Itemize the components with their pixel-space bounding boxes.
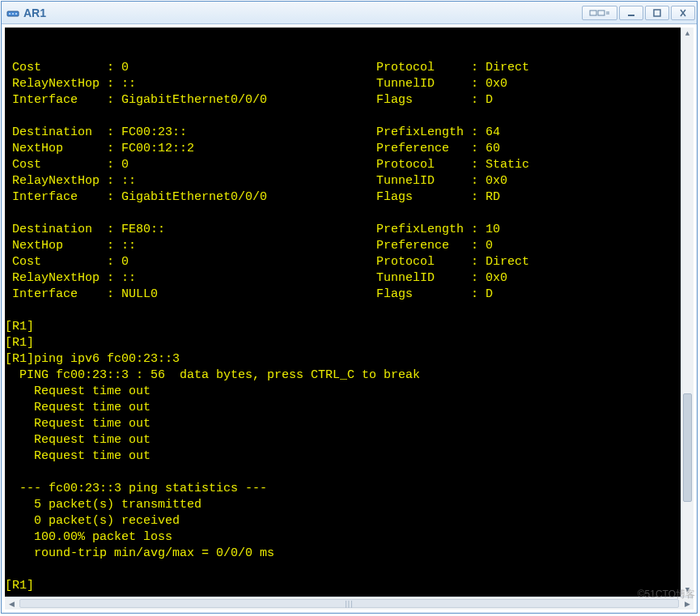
terminal-content: Cost : 0 Protocol : Direct RelayNextHop … xyxy=(5,60,694,594)
svg-rect-5 xyxy=(598,11,605,15)
minimize-button[interactable] xyxy=(619,6,643,20)
vscroll-track[interactable] xyxy=(681,40,694,584)
hscroll-thumb[interactable]: ||| xyxy=(19,599,679,608)
scroll-right-arrow[interactable]: ▶ xyxy=(681,597,694,610)
svg-rect-6 xyxy=(628,15,634,16)
terminal[interactable]: Cost : 0 Protocol : Direct RelayNextHop … xyxy=(5,28,694,597)
options-button[interactable] xyxy=(582,6,617,20)
scroll-left-arrow[interactable]: ◀ xyxy=(5,597,18,610)
svg-point-1 xyxy=(9,13,11,15)
vertical-scrollbar[interactable]: ▲ ▼ xyxy=(681,28,694,597)
router-icon xyxy=(6,6,19,19)
terminal-area: Cost : 0 Protocol : Direct RelayNextHop … xyxy=(2,24,697,613)
horizontal-scrollbar[interactable]: ◀ ||| ▶ xyxy=(5,597,694,610)
svg-point-3 xyxy=(15,13,17,15)
close-button[interactable] xyxy=(671,6,695,20)
maximize-button[interactable] xyxy=(645,6,669,20)
svg-point-2 xyxy=(12,13,14,15)
scroll-down-arrow[interactable]: ▼ xyxy=(681,584,694,597)
svg-rect-4 xyxy=(590,11,596,15)
scroll-up-arrow[interactable]: ▲ xyxy=(681,28,694,40)
grip-icon: ||| xyxy=(345,600,353,608)
titlebar[interactable]: AR1 xyxy=(2,2,697,24)
window: AR1 Cost : 0 Protocol : Direct Re xyxy=(1,1,698,614)
svg-rect-7 xyxy=(654,10,660,16)
window-buttons xyxy=(582,6,695,20)
vscroll-thumb[interactable] xyxy=(683,393,692,502)
window-title: AR1 xyxy=(23,6,582,19)
